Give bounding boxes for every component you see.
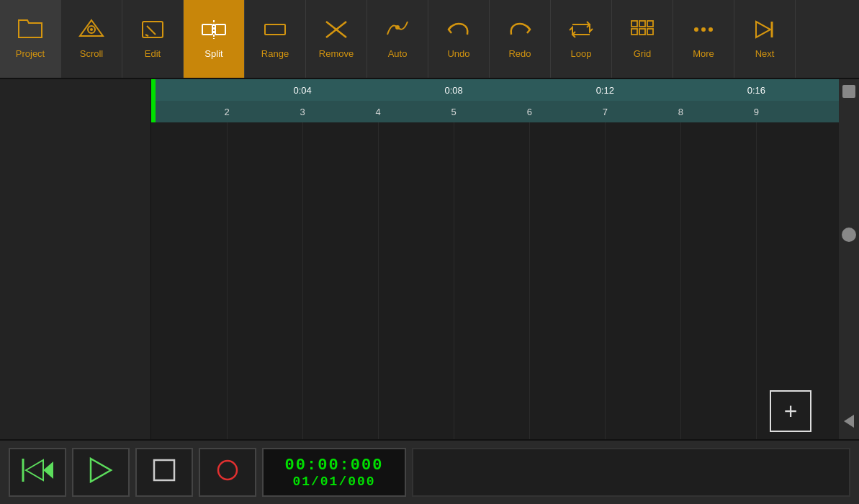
project-button[interactable]: Project bbox=[0, 0, 61, 78]
grid-label: Grid bbox=[634, 48, 652, 59]
grid-line bbox=[529, 122, 530, 439]
grid-line bbox=[756, 122, 757, 439]
time-mark-012: 0:12 bbox=[596, 85, 614, 96]
time-mark-016: 0:16 bbox=[747, 85, 765, 96]
next-button[interactable]: Next bbox=[734, 0, 796, 78]
skip-play-button[interactable] bbox=[9, 448, 66, 497]
time-bars: 01/01/000 bbox=[292, 474, 375, 489]
redo-label: Redo bbox=[508, 48, 531, 59]
add-track-button[interactable]: + bbox=[770, 390, 811, 432]
time-hmsms: 00:00:000 bbox=[285, 456, 384, 474]
right-scrollbar[interactable] bbox=[839, 79, 859, 439]
auto-icon bbox=[384, 19, 410, 44]
svg-rect-14 bbox=[639, 21, 645, 27]
extra-display-area bbox=[412, 448, 850, 497]
grid-line bbox=[227, 122, 228, 439]
grid-button[interactable]: Grid bbox=[612, 0, 673, 78]
more-button[interactable]: More bbox=[673, 0, 734, 78]
play-button[interactable] bbox=[72, 448, 130, 497]
svg-point-12 bbox=[395, 25, 400, 30]
svg-marker-27 bbox=[91, 459, 111, 482]
main-area: 0:04 0:08 0:12 0:16 2 3 4 5 6 7 8 9 bbox=[0, 79, 859, 439]
svg-rect-13 bbox=[631, 21, 637, 27]
grid-line bbox=[680, 122, 681, 439]
svg-point-2 bbox=[90, 28, 93, 31]
timeline-content[interactable]: + bbox=[151, 122, 839, 439]
svg-rect-28 bbox=[154, 460, 174, 480]
svg-point-29 bbox=[218, 461, 237, 480]
svg-marker-26 bbox=[43, 462, 53, 479]
beat-mark-3: 3 bbox=[300, 107, 305, 117]
svg-rect-17 bbox=[639, 29, 645, 35]
scroll-button[interactable]: Scroll bbox=[61, 0, 122, 78]
loop-label: Loop bbox=[571, 48, 592, 59]
scroll-thumb-top[interactable] bbox=[842, 85, 855, 98]
time-display: 00:00:000 01/01/000 bbox=[262, 448, 406, 497]
beat-mark-2: 2 bbox=[224, 107, 229, 117]
beat-mark-6: 6 bbox=[527, 107, 532, 117]
undo-label: Undo bbox=[447, 48, 469, 59]
svg-rect-7 bbox=[215, 24, 225, 35]
loop-button[interactable]: Loop bbox=[551, 0, 612, 78]
undo-button[interactable]: Undo bbox=[428, 0, 490, 78]
split-icon bbox=[201, 19, 227, 44]
timeline-area: 0:04 0:08 0:12 0:16 2 3 4 5 6 7 8 9 bbox=[151, 79, 839, 439]
svg-point-19 bbox=[694, 27, 698, 32]
toolbar: Project Scroll Edit bbox=[0, 0, 859, 79]
grid-line bbox=[302, 122, 303, 439]
undo-icon bbox=[446, 19, 472, 44]
ruler-beats: 2 3 4 5 6 7 8 9 bbox=[151, 101, 839, 122]
more-icon bbox=[691, 19, 716, 44]
more-label: More bbox=[693, 48, 714, 59]
left-panel bbox=[0, 79, 151, 439]
edit-button[interactable]: Edit bbox=[122, 0, 184, 78]
scroll-label: Scroll bbox=[80, 48, 104, 59]
loop-icon bbox=[568, 19, 594, 44]
time-mark-008: 0:08 bbox=[445, 85, 463, 96]
scroll-thumb-middle[interactable] bbox=[842, 228, 856, 242]
svg-marker-22 bbox=[756, 22, 770, 37]
add-icon: + bbox=[784, 398, 798, 425]
remove-label: Remove bbox=[319, 48, 354, 59]
scroll-icon bbox=[78, 19, 104, 44]
redo-button[interactable]: Redo bbox=[490, 0, 551, 78]
stop-icon bbox=[153, 459, 176, 487]
project-icon bbox=[17, 19, 43, 44]
svg-line-4 bbox=[147, 26, 156, 35]
svg-rect-18 bbox=[647, 29, 653, 35]
beat-mark-5: 5 bbox=[451, 107, 457, 117]
play-icon bbox=[88, 457, 114, 488]
skip-play-icon bbox=[22, 457, 53, 488]
stop-button[interactable] bbox=[135, 448, 193, 497]
range-button[interactable]: Range bbox=[245, 0, 306, 78]
grid-line bbox=[454, 122, 454, 439]
timeline-ruler[interactable]: 0:04 0:08 0:12 0:16 2 3 4 5 6 7 8 9 bbox=[151, 79, 839, 122]
playhead-marker bbox=[151, 79, 156, 122]
svg-line-5 bbox=[145, 35, 148, 36]
range-icon bbox=[262, 19, 288, 44]
project-label: Project bbox=[16, 48, 45, 59]
scroll-arrow[interactable] bbox=[844, 415, 854, 428]
record-button[interactable] bbox=[199, 448, 256, 497]
beat-mark-8: 8 bbox=[678, 107, 683, 117]
edit-label: Edit bbox=[145, 48, 161, 59]
split-label: Split bbox=[204, 48, 222, 59]
svg-rect-16 bbox=[631, 29, 637, 35]
next-label: Next bbox=[755, 48, 775, 59]
record-icon bbox=[216, 459, 239, 487]
edit-icon bbox=[140, 19, 166, 44]
svg-rect-15 bbox=[647, 21, 653, 27]
transport-bar: 00:00:000 01/01/000 bbox=[0, 439, 859, 504]
remove-icon bbox=[323, 19, 349, 44]
next-icon bbox=[752, 19, 778, 44]
beat-mark-9: 9 bbox=[754, 107, 759, 117]
split-button[interactable]: Split bbox=[184, 0, 245, 78]
svg-rect-9 bbox=[265, 24, 285, 35]
svg-point-20 bbox=[701, 27, 706, 32]
beat-mark-4: 4 bbox=[376, 107, 381, 117]
remove-button[interactable]: Remove bbox=[306, 0, 367, 78]
auto-button[interactable]: Auto bbox=[367, 0, 428, 78]
beat-mark-7: 7 bbox=[603, 107, 608, 117]
range-label: Range bbox=[261, 48, 289, 59]
grid-line bbox=[378, 122, 379, 439]
